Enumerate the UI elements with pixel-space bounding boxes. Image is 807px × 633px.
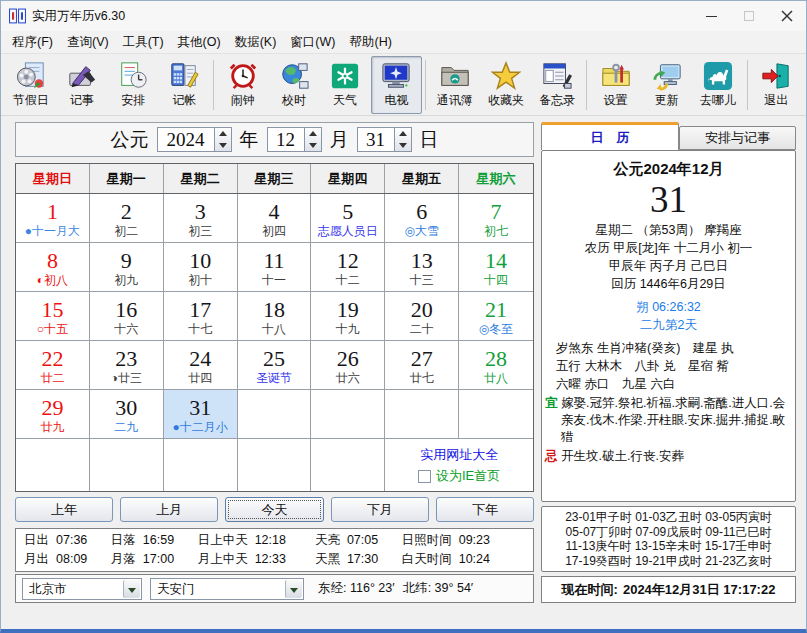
nav-button[interactable]: 下月 — [331, 497, 429, 522]
calendar-day-cell[interactable]: 27 廿七 — [385, 341, 459, 390]
calendar-day-cell[interactable]: 14 十四 — [459, 243, 533, 292]
calendar-day-cell[interactable]: 23 ◑廿三 — [90, 341, 164, 390]
spin-up-icon[interactable] — [395, 128, 411, 140]
toolbar-separator — [425, 60, 426, 110]
contacts-button[interactable]: 通讯簿 — [429, 56, 480, 114]
calendar-day-cell[interactable]: 13 十三 — [385, 243, 459, 292]
calendar-day-cell[interactable]: 30 二九 — [90, 390, 164, 439]
calendar-day-cell[interactable]: 21 ◎冬至 — [459, 292, 533, 341]
menu-item[interactable]: 数据(K) — [228, 31, 284, 54]
place-select[interactable]: 天安门 — [150, 578, 304, 600]
calendar-day-cell[interactable]: 3 初三 — [164, 194, 238, 243]
month-spinner[interactable] — [305, 127, 322, 152]
day-spinner[interactable] — [395, 127, 412, 152]
alarm-button[interactable]: 闹钟 — [217, 56, 268, 114]
calendar-day-cell[interactable] — [311, 439, 385, 491]
calendar-day-cell[interactable]: 17 十七 — [164, 292, 238, 341]
notes-button[interactable]: 记事 — [56, 56, 107, 114]
menu-item[interactable]: 工具(T) — [116, 31, 171, 54]
nav-button[interactable]: 上年 — [15, 497, 113, 522]
calendar-day-cell[interactable]: 7 初七 — [459, 194, 533, 243]
year-spinner[interactable] — [215, 127, 232, 152]
calendar-day-cell[interactable]: 22 廿二 — [16, 341, 90, 390]
calendar-day-cell[interactable]: 31 ●十二月小 — [164, 390, 238, 439]
tab-schedule-notes[interactable]: 安排与记事 — [679, 126, 796, 150]
calendar-day-cell[interactable]: 29 廿九 — [16, 390, 90, 439]
calendar-day-cell[interactable]: 8 ◐初八 — [16, 243, 90, 292]
spin-up-icon[interactable] — [215, 128, 231, 140]
calendar-day-cell[interactable] — [311, 390, 385, 439]
calendar-day-cell[interactable]: 12 十二 — [311, 243, 385, 292]
city-select[interactable]: 北京市 — [22, 578, 142, 600]
weather-button[interactable]: 天气 — [320, 56, 371, 114]
calendar-day-cell[interactable]: 5 志愿人员日 — [311, 194, 385, 243]
chevron-down-icon[interactable] — [123, 580, 140, 598]
calendar-day-cell[interactable] — [459, 390, 533, 439]
ie-homepage-checkbox[interactable] — [418, 470, 431, 483]
calendar-day-cell[interactable]: 2 初二 — [90, 194, 164, 243]
update-button[interactable]: 更新 — [641, 56, 692, 114]
menu-item[interactable]: 程序(F) — [5, 31, 60, 54]
close-button[interactable] — [768, 1, 806, 31]
calendar-day-cell[interactable]: 24 廿四 — [164, 341, 238, 390]
calendar-day-cell[interactable]: 9 初九 — [90, 243, 164, 292]
month-input[interactable]: 12 — [267, 127, 305, 152]
chevron-down-icon[interactable] — [285, 580, 302, 598]
detail-wuxing-line: 五行 大林木 八卦 兑 星宿 觜 — [542, 357, 795, 375]
day-number: 9 — [121, 248, 132, 273]
day-lunar-label: 初三 — [188, 224, 212, 239]
day-number: 4 — [268, 199, 279, 224]
travel-button[interactable]: 去哪儿 — [692, 56, 743, 114]
year-input[interactable]: 2024 — [157, 127, 215, 152]
spin-down-icon[interactable] — [215, 140, 231, 152]
day-lunar-label: 廿四 — [188, 371, 212, 386]
nav-button[interactable]: 上月 — [120, 497, 218, 522]
minimize-button[interactable] — [692, 1, 730, 31]
calendar-day-cell[interactable]: 1 ●十一月大 — [16, 194, 90, 243]
calendar-day-cell[interactable]: 20 二十 — [385, 292, 459, 341]
useful-websites-link[interactable]: 实用网址大全 — [420, 446, 498, 464]
calendar-day-cell[interactable]: 25 圣诞节 — [238, 341, 312, 390]
accounting-icon — [169, 61, 199, 91]
calendar-day-cell[interactable]: 15 ○十五 — [16, 292, 90, 341]
schedule-button[interactable]: 安排 — [108, 56, 159, 114]
holidays-button[interactable]: 节假日 — [5, 56, 56, 114]
menu-item[interactable]: 窗口(W) — [283, 31, 342, 54]
tab-calendar[interactable]: 日 历 — [541, 122, 679, 150]
calendar-day-cell[interactable] — [164, 439, 238, 491]
memo-button[interactable]: 备忘录 — [532, 56, 583, 114]
menu-item[interactable]: 查询(V) — [60, 31, 116, 54]
exit-button[interactable]: 退出 — [751, 56, 802, 114]
settings-button[interactable]: 设置 — [590, 56, 641, 114]
day-input[interactable]: 31 — [357, 127, 395, 152]
time-sync-button[interactable]: 校时 — [268, 56, 319, 114]
nav-button[interactable]: 今天 — [225, 497, 323, 522]
maximize-button[interactable] — [730, 1, 768, 31]
calendar-day-cell[interactable] — [238, 390, 312, 439]
calendar-day-cell[interactable]: 28 廿八 — [459, 341, 533, 390]
calendar-day-cell[interactable]: 6 ◎大雪 — [385, 194, 459, 243]
toolbar-separator — [213, 60, 214, 110]
calendar-day-cell[interactable] — [16, 439, 90, 491]
menu-item[interactable]: 帮助(H) — [342, 31, 398, 54]
spin-up-icon[interactable] — [305, 128, 321, 140]
calendar-day-cell[interactable]: 10 初十 — [164, 243, 238, 292]
calendar-day-cell[interactable]: 19 十九 — [311, 292, 385, 341]
nav-button[interactable]: 下年 — [436, 497, 534, 522]
accounting-button[interactable]: 记帐 — [159, 56, 210, 114]
favorites-button[interactable]: 收藏夹 — [480, 56, 531, 114]
calendar-day-cell[interactable] — [385, 390, 459, 439]
tv-button[interactable]: 电视 — [371, 56, 422, 114]
contacts-icon — [440, 61, 470, 91]
calendar-day-cell[interactable]: 26 廿六 — [311, 341, 385, 390]
calendar-day-cell[interactable] — [90, 439, 164, 491]
spin-down-icon[interactable] — [395, 140, 411, 152]
menu-item[interactable]: 其他(O) — [171, 31, 228, 54]
calendar-day-cell[interactable]: 18 十八 — [238, 292, 312, 341]
day-lunar-label: ◎冬至 — [479, 322, 513, 337]
calendar-day-cell[interactable]: 16 十六 — [90, 292, 164, 341]
calendar-day-cell[interactable] — [238, 439, 312, 491]
calendar-day-cell[interactable]: 11 十一 — [238, 243, 312, 292]
spin-down-icon[interactable] — [305, 140, 321, 152]
calendar-day-cell[interactable]: 4 初四 — [238, 194, 312, 243]
